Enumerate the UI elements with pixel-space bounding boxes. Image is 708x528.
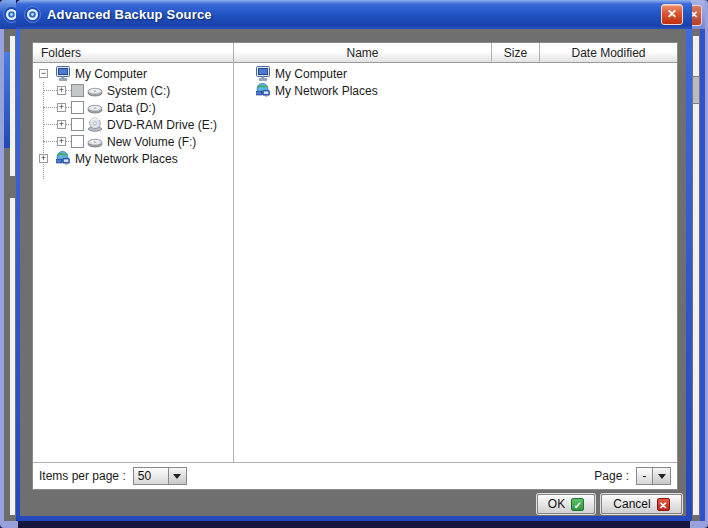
cancel-button-label: Cancel [613,497,650,511]
page-group: Page : - [594,467,671,485]
tree-item-my-network-places[interactable]: +My Network Places [33,150,233,167]
parent-scrollbar-thumb [692,76,700,104]
hdd-icon [87,100,103,115]
browser-content: Folders −My Computer+System (C:)+Data (D… [32,42,678,490]
checkbox-dvd-ram-drive-e[interactable] [71,118,84,131]
tree-connector [43,124,57,125]
tree-item-label: New Volume (F:) [107,135,196,149]
tree-item-label: Data (D:) [107,101,156,115]
list-item-label: My Network Places [275,84,378,98]
parent-window-bottom-left-corner [0,521,18,528]
parent-scrollbar-track [693,36,699,515]
file-list-panel: Name Size Date Modified My ComputerMy Ne… [234,43,677,462]
dropdown-arrow-icon [658,474,666,479]
parent-window-content-edge [10,36,15,515]
folders-panel: Folders −My Computer+System (C:)+Data (D… [33,43,234,462]
computer-icon [255,66,271,81]
hdd-icon [87,134,103,149]
check-icon: ✓ [571,498,584,511]
parent-window-content-gap [10,176,15,198]
items-per-page-label: Items per page : [39,469,126,483]
tree-item-label: My Computer [75,67,147,81]
list-item-my-computer[interactable]: My Computer [234,65,677,82]
page-value[interactable]: - [636,467,652,485]
tree-connector [43,107,57,108]
tree-item-new-volume-f[interactable]: +New Volume (F:) [33,133,233,150]
list-item-name-cell: My Network Places [234,83,492,98]
tree-item-label: DVD-RAM Drive (E:) [107,118,217,132]
dialog-title: Advanced Backup Source [47,7,212,22]
column-header-size: Size [492,43,540,63]
tree-item-data-d[interactable]: +Data (D:) [33,99,233,116]
folders-header-label: Folders [41,46,81,60]
expand-toggle[interactable]: + [57,137,66,146]
column-header-name: Name [234,43,492,63]
parent-window-bottom-right-corner [690,521,708,528]
network-icon [255,83,271,98]
items-per-page-value[interactable]: 50 [133,467,168,485]
list-item-my-network-places[interactable]: My Network Places [234,82,677,99]
browser-panels: Folders −My Computer+System (C:)+Data (D… [33,43,677,463]
app-logo-icon [24,6,41,23]
expand-toggle[interactable]: + [39,154,48,163]
checkbox-data-d[interactable] [71,101,84,114]
advanced-backup-source-dialog: Advanced Backup Source ✕ Folders −My Com… [16,0,692,521]
page-dropdown-button[interactable] [652,467,671,485]
items-per-page-select[interactable]: 50 [133,467,187,485]
file-list: My ComputerMy Network Places [234,63,677,99]
tree-item-dvd-ram-drive-e[interactable]: +DVD-RAM Drive (E:) [33,116,233,133]
ok-button[interactable]: OK ✓ [537,494,595,514]
tree-connector [43,141,57,142]
tree-item-label: My Network Places [75,152,178,166]
dropdown-arrow-icon [173,474,181,479]
list-item-label: My Computer [275,67,347,81]
screen: ✕ Advanced Backup Source ✕ Folders [0,0,708,528]
column-header-date-modified: Date Modified [540,43,677,63]
cancel-button[interactable]: Cancel ✕ [601,494,682,514]
folders-header: Folders [33,43,233,63]
tree-item-my-computer[interactable]: −My Computer [33,65,233,82]
computer-icon [55,66,71,81]
items-per-page-group: Items per page : 50 [39,467,187,485]
folder-tree: −My Computer+System (C:)+Data (D:)+DVD-R… [33,63,233,167]
tree-connector [43,90,57,91]
tree-connector-line [43,82,44,179]
x-icon: ✕ [657,498,670,511]
pager-bar: Items per page : 50 Page : - [33,463,677,489]
network-icon [55,151,71,166]
checkbox-new-volume-f[interactable] [71,135,84,148]
expand-toggle[interactable]: + [57,103,66,112]
checkbox-system-c[interactable] [71,84,84,97]
list-header-row: Name Size Date Modified [234,43,677,63]
tree-item-label: System (C:) [107,84,170,98]
items-per-page-dropdown-button[interactable] [168,467,187,485]
collapse-toggle[interactable]: − [39,69,48,78]
dialog-titlebar[interactable]: Advanced Backup Source [16,0,692,29]
expand-toggle[interactable]: + [57,86,66,95]
parent-sidebar-tab-fragment [4,52,10,148]
hdd-icon [87,83,103,98]
parent-window-bottom-edge [0,521,708,528]
tree-item-system-c[interactable]: +System (C:) [33,82,233,99]
list-item-name-cell: My Computer [234,66,492,81]
expand-toggle[interactable]: + [57,120,66,129]
close-icon[interactable]: ✕ [661,4,683,25]
cd-icon [87,117,103,132]
page-select[interactable]: - [636,467,671,485]
page-label: Page : [594,469,629,483]
ok-button-label: OK [548,497,565,511]
